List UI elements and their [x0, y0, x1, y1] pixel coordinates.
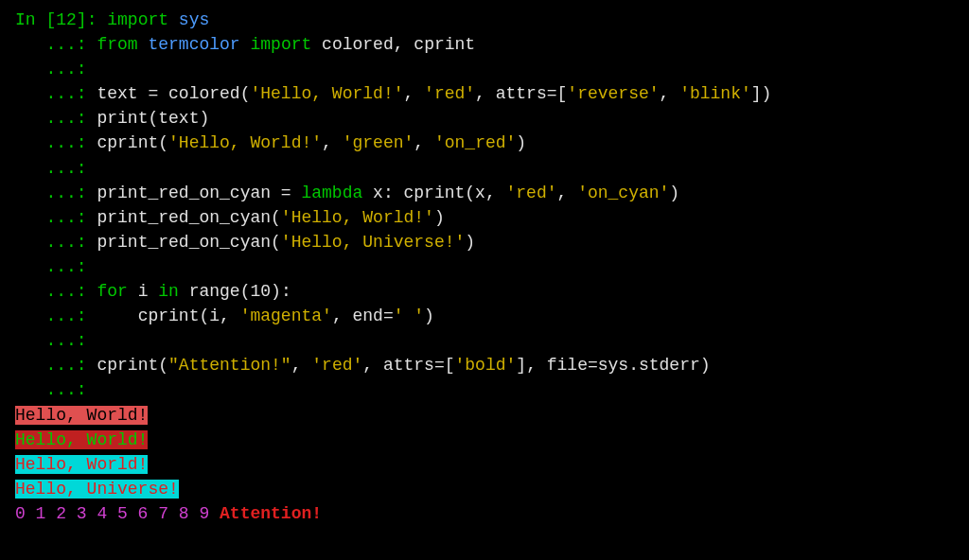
code-line-7: ...:: [15, 156, 954, 181]
code-line-16: ...:: [15, 377, 954, 402]
kw-from: from: [97, 35, 137, 54]
out-hello-3: Hello, World!: [15, 455, 148, 474]
module-termcolor: termcolor: [148, 35, 239, 54]
prompt-in: In [12]:: [15, 10, 107, 29]
out-hello-4: Hello, Universe!: [15, 480, 179, 499]
code-line-1: In [12]: import sys: [15, 8, 954, 32]
kw-import: import: [250, 35, 311, 54]
kw-for: for: [97, 282, 127, 301]
out-hello-1: Hello, World!: [15, 406, 148, 425]
output-line-3: Hello, World!: [15, 452, 954, 477]
prompt-cont: ...:: [15, 32, 97, 57]
code-line-3: ...:: [15, 57, 954, 81]
kw-import: import: [107, 10, 168, 29]
code-line-4: ...: text = colored('Hello, World!', 're…: [15, 81, 954, 106]
code-line-9: ...: print_red_on_cyan('Hello, World!'): [15, 205, 954, 230]
code-line-14: ...:: [15, 328, 954, 353]
code-line-8: ...: print_red_on_cyan = lambda x: cprin…: [15, 181, 954, 205]
output-line-1: Hello, World!: [15, 403, 954, 428]
module-sys: sys: [179, 10, 209, 29]
code-line-13: ...: cprint(i, 'magenta', end=' '): [15, 304, 954, 328]
output-line-5: 0 1 2 3 4 5 6 7 8 9 Attention!: [15, 501, 954, 526]
out-hello-2: Hello, World!: [15, 430, 148, 449]
kw-in: in: [158, 282, 179, 301]
output-line-2: Hello, World!: [15, 428, 954, 452]
out-numbers: 0 1 2 3 4 5 6 7 8 9: [15, 504, 209, 523]
terminal[interactable]: In [12]: import sys ...: from termcolor …: [15, 8, 954, 526]
code-line-15: ...: cprint("Attention!", 'red', attrs=[…: [15, 353, 954, 377]
code-line-10: ...: print_red_on_cyan('Hello, Universe!…: [15, 230, 954, 254]
output-line-4: Hello, Universe!: [15, 477, 954, 501]
imports: colored, cprint: [322, 35, 475, 54]
kw-lambda: lambda: [301, 184, 362, 202]
code-line-6: ...: cprint('Hello, World!', 'green', 'o…: [15, 131, 954, 155]
out-attention: Attention!: [220, 504, 322, 523]
code-line-11: ...:: [15, 254, 954, 279]
code-line-12: ...: for i in range(10):: [15, 279, 954, 304]
code-line-5: ...: print(text): [15, 106, 954, 131]
code-line-2: ...: from termcolor import colored, cpri…: [15, 32, 954, 57]
